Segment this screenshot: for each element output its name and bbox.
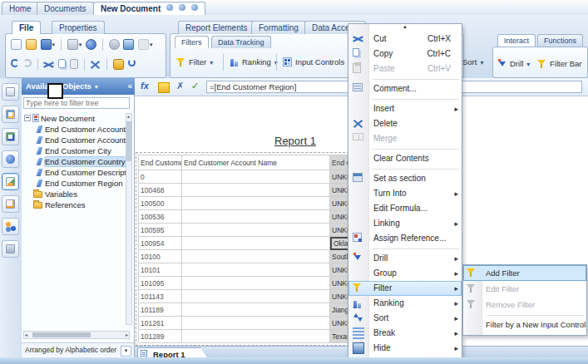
menu-item-turn-into[interactable]: Turn Into xyxy=(348,186,462,201)
refresh-data-icon[interactable] xyxy=(128,59,136,66)
tree-vertical-scrollbar[interactable] xyxy=(126,113,132,325)
tree-root[interactable]: New Document xyxy=(24,113,126,124)
menu-item-delete[interactable]: Delete xyxy=(348,116,462,131)
menu-item-hide[interactable]: Hide xyxy=(348,341,462,356)
print-icon[interactable] xyxy=(67,39,78,50)
menu-item-cut[interactable]: CutCtrl+X xyxy=(348,32,462,47)
table-cell[interactable]: 101261 xyxy=(139,317,182,330)
dropdown-caret[interactable] xyxy=(477,57,483,66)
find-icon[interactable] xyxy=(86,39,96,50)
tree-item[interactable]: End Customer Account xyxy=(36,124,126,135)
share-icon[interactable] xyxy=(2,218,19,235)
tree-item[interactable]: End Customer Descript xyxy=(36,167,126,178)
arrange-order-caret[interactable] xyxy=(121,346,131,357)
table-cell[interactable] xyxy=(182,290,330,303)
save-dropdown-caret[interactable] xyxy=(52,42,56,48)
table-cell[interactable]: 0 xyxy=(139,170,182,184)
menu-item-drill[interactable]: Drill xyxy=(348,251,462,266)
paste-icon[interactable] xyxy=(70,59,78,69)
save-icon[interactable] xyxy=(41,39,52,50)
table-cell[interactable]: 100595 xyxy=(139,224,182,237)
menu-item-filter[interactable]: Filter xyxy=(348,281,462,296)
tab-report-elements[interactable]: Report Elements xyxy=(178,21,254,34)
tab-interact[interactable]: Interact xyxy=(497,34,536,47)
tab-home[interactable]: Home xyxy=(2,2,39,15)
tab-new-document[interactable]: New Document xyxy=(93,2,205,15)
table-cell[interactable]: 101289 xyxy=(139,330,182,343)
delete-icon[interactable] xyxy=(90,59,101,70)
drill-button[interactable]: Drill xyxy=(496,57,533,71)
tab-data-tracking[interactable]: Data Tracking xyxy=(211,36,271,48)
arrange-order-bar[interactable]: Arranged by Alphabetic order xyxy=(22,342,134,357)
menu-item-clear-contents[interactable]: Clear Contents xyxy=(348,151,462,166)
dropdown-caret[interactable] xyxy=(523,59,530,68)
more-tools-caret[interactable] xyxy=(150,42,153,48)
document-structure-icon[interactable] xyxy=(2,195,19,213)
tree-horizontal-scrollbar[interactable] xyxy=(23,331,130,339)
input-controls-button[interactable]: Input Controls xyxy=(281,55,354,70)
table-cell[interactable] xyxy=(182,277,330,290)
menu-item-insert[interactable]: Insert xyxy=(348,101,462,116)
collapse-panel-icon[interactable] xyxy=(127,78,132,95)
scrollbar-thumb[interactable] xyxy=(126,121,131,161)
panel-header[interactable]: Available Objects xyxy=(22,78,135,95)
formula-edit-icon[interactable] xyxy=(158,82,170,93)
menu-item-group[interactable]: Group xyxy=(348,266,462,281)
formula-cancel-icon[interactable] xyxy=(176,81,184,91)
table-cell[interactable] xyxy=(182,210,330,224)
table-header-cell[interactable]: End Custome xyxy=(139,155,182,170)
menu-item-ranking[interactable]: Ranking xyxy=(348,296,462,311)
tab-documents[interactable]: Documents xyxy=(37,2,94,15)
menu-item-assign-reference[interactable]: Assign Reference... xyxy=(348,231,462,246)
menu-item-set-as-section[interactable]: Set as section xyxy=(348,171,462,186)
tab-file[interactable]: File xyxy=(12,21,41,34)
undo-icon[interactable] xyxy=(11,59,19,67)
menu-item-edit-formula[interactable]: Edit Formula... xyxy=(348,201,462,216)
table-cell[interactable]: 101143 xyxy=(139,290,182,303)
table-cell[interactable] xyxy=(182,317,330,330)
sort-button[interactable]: Sort xyxy=(459,55,487,70)
menu-scroll-up-icon[interactable] xyxy=(348,24,462,32)
tree-folder[interactable]: References xyxy=(32,199,126,210)
settings-icon[interactable] xyxy=(191,4,198,11)
tab-properties[interactable]: Properties xyxy=(52,21,105,34)
table-cell[interactable] xyxy=(182,224,330,237)
document-summary-icon[interactable] xyxy=(2,83,19,101)
navigation-map-icon[interactable] xyxy=(2,106,19,123)
new-document-icon[interactable] xyxy=(11,39,22,50)
available-objects-icon[interactable] xyxy=(2,173,19,190)
comments-icon[interactable] xyxy=(2,240,19,258)
panel-dropdown-caret[interactable] xyxy=(91,81,98,91)
filter-button[interactable]: Filter xyxy=(175,55,216,70)
print-dropdown-caret[interactable] xyxy=(79,42,82,48)
copy-icon[interactable] xyxy=(58,59,66,68)
table-header-cell[interactable]: End Customer Account Name xyxy=(182,155,330,170)
submenu-item-add-filter[interactable]: Add Filter xyxy=(463,265,586,281)
tree-item[interactable]: End Customer Region xyxy=(36,178,126,189)
submenu-item-filter-by-input-control[interactable]: Filter by a New Input Control xyxy=(463,317,586,332)
filter-bar-button[interactable]: Filter Bar xyxy=(536,57,586,71)
open-icon[interactable] xyxy=(26,39,37,50)
formula-fx-icon[interactable] xyxy=(141,81,149,91)
table-cell[interactable] xyxy=(182,170,330,184)
collapse-node-icon[interactable] xyxy=(24,115,31,121)
collapse-icon[interactable] xyxy=(179,4,185,11)
tree-item[interactable]: End Customer City xyxy=(36,145,126,156)
menu-item-sort[interactable]: Sort xyxy=(348,311,462,326)
tab-formatting[interactable]: Formatting xyxy=(251,21,306,34)
tree-item-selected[interactable]: End Customer Country xyxy=(36,156,126,167)
tab-functions[interactable]: Functions xyxy=(537,34,583,47)
input-controls-panel-icon[interactable] xyxy=(2,128,19,145)
formula-validate-icon[interactable] xyxy=(191,81,199,91)
menu-item-copy[interactable]: CopyCtrl+C xyxy=(348,47,462,61)
table-cell[interactable]: 100954 xyxy=(139,237,182,250)
track-changes-icon[interactable] xyxy=(109,39,120,50)
web-service-icon[interactable] xyxy=(2,150,19,168)
scrollbar-thumb[interactable] xyxy=(32,332,91,337)
table-cell[interactable]: 10100 xyxy=(139,250,182,263)
table-cell[interactable] xyxy=(182,197,330,210)
tree-folder[interactable]: Variables xyxy=(32,189,126,199)
table-cell[interactable] xyxy=(182,330,330,343)
menu-item-linking[interactable]: Linking xyxy=(348,216,462,231)
tree-item[interactable]: End Customer Account xyxy=(36,135,126,145)
